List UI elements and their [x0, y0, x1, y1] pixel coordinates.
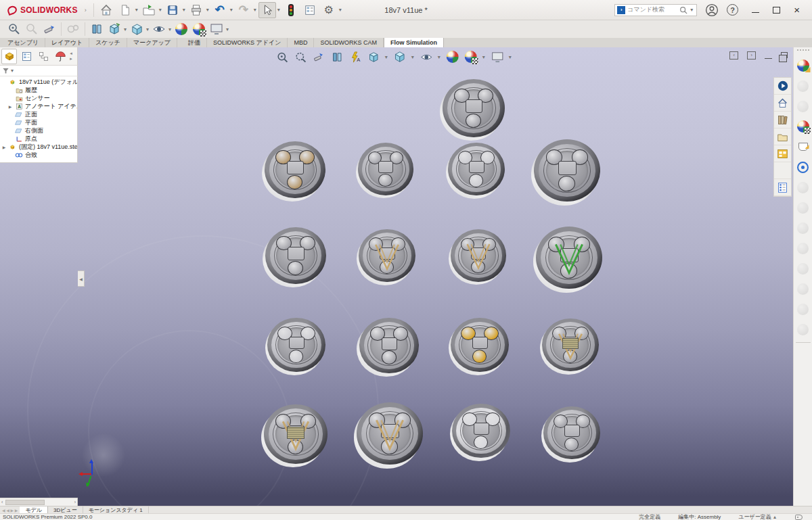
open-button[interactable] — [140, 2, 158, 18]
search-caret[interactable]: ▾ — [690, 7, 693, 13]
scroll-left-arrow[interactable]: ‹ — [0, 500, 4, 504]
open-caret[interactable]: ▾ — [159, 7, 162, 13]
atomizer-deck-part-gray[interactable] — [443, 79, 505, 137]
panel-horizontal-scrollbar[interactable]: ‹ › — [0, 498, 78, 506]
view-settings-icon[interactable] — [490, 49, 505, 64]
doc-tab-nav-arrows[interactable]: ◀ ◀ ▶ ▶ — [0, 506, 20, 513]
print-caret[interactable]: ▾ — [206, 7, 209, 13]
redo-button[interactable]: ↷ — [235, 2, 252, 18]
apply-scene-icon[interactable] — [794, 116, 812, 137]
new-document-caret[interactable]: ▾ — [135, 7, 138, 13]
zoom-to-area-icon[interactable] — [293, 49, 308, 64]
undo-caret[interactable]: ▾ — [230, 7, 233, 13]
commandmanager-tab[interactable]: レイアウト — [45, 38, 89, 47]
display-style-icon[interactable] — [128, 21, 145, 37]
atomizer-deck-part-pale[interactable] — [448, 143, 505, 196]
new-document-button[interactable] — [116, 2, 134, 18]
atomizer-deck-part-brass[interactable] — [265, 141, 325, 199]
commandmanager-tab[interactable]: マークアップ — [127, 38, 177, 47]
tree-item[interactable]: 18v7 v11ue (デフォルト) <表示状態-1> — [0, 78, 77, 86]
undo-button[interactable]: ↶ — [211, 2, 229, 18]
window-maximize-button[interactable] — [773, 7, 780, 14]
login-button[interactable] — [705, 3, 719, 17]
atomizer-deck-part-tan[interactable] — [359, 229, 415, 283]
tree-filter-row[interactable]: ▾ — [0, 66, 78, 76]
window-minimize-button[interactable] — [752, 12, 759, 13]
tab-configurationmanager[interactable] — [36, 49, 51, 64]
view-settings-icon[interactable] — [208, 21, 225, 37]
filter-caret[interactable]: ▾ — [11, 68, 14, 74]
options-button[interactable]: ⚙ — [320, 2, 338, 18]
apply-scene-icon[interactable] — [190, 21, 208, 37]
edit-material-icon[interactable] — [794, 137, 812, 157]
zoom-to-fit-icon[interactable] — [275, 49, 290, 64]
hide-show-items-icon[interactable] — [419, 49, 434, 64]
rebuild-button[interactable] — [282, 2, 300, 18]
task-pane-tab-custom-properties[interactable] — [774, 179, 791, 196]
edit-appearance-icon[interactable] — [173, 21, 190, 37]
apply-scene-icon[interactable] — [464, 49, 478, 64]
tab-dimxpertmanager[interactable] — [53, 49, 68, 64]
atomizer-deck-part-mesh[interactable] — [264, 404, 328, 464]
hide-show-caret[interactable]: ▾ — [168, 26, 171, 32]
units-selector[interactable]: ユーザー定義 ▴ — [738, 513, 777, 520]
view-orientation-icon[interactable] — [366, 49, 381, 64]
tab-propertymanager[interactable] — [18, 49, 34, 64]
scrollbar-thumb[interactable] — [5, 500, 45, 505]
commandmanager-tab[interactable]: スケッチ — [89, 38, 127, 47]
pane-toggle-right-icon[interactable]: › — [747, 51, 756, 60]
pane-toggle-left-icon[interactable]: ‹ — [729, 51, 738, 60]
atomizer-deck-part-gray[interactable] — [358, 143, 413, 195]
atomizer-deck-part-tan[interactable] — [451, 229, 506, 281]
tree-item[interactable]: 右側面 — [0, 126, 77, 135]
task-pane-tab-appearances-scenes[interactable] — [774, 162, 791, 179]
atomizer-deck-part-gray[interactable] — [265, 227, 326, 285]
atomizer-deck-part-gold[interactable] — [451, 318, 509, 373]
previous-view-icon[interactable] — [311, 49, 326, 64]
atomizer-deck-part-pale[interactable] — [267, 318, 325, 373]
zoom-check-icon[interactable] — [5, 21, 23, 37]
search-icon[interactable] — [679, 6, 687, 14]
task-pane-tab-view-palette[interactable] — [774, 145, 791, 162]
doc-restore-button[interactable] — [781, 52, 788, 58]
tab-featuremanager-tree[interactable] — [1, 49, 17, 64]
view-orientation-caret[interactable]: ▾ — [385, 54, 388, 60]
tree-item[interactable]: 平面 — [0, 118, 77, 126]
select-caret[interactable]: ▾ — [277, 7, 280, 13]
select-button[interactable] — [258, 2, 276, 18]
tree-item[interactable]: ▶(固定) 18v7 v11ue.step<1> (デフォ — [0, 143, 77, 151]
flow-simulation-target-icon[interactable] — [794, 157, 812, 177]
measure-icon[interactable] — [41, 21, 58, 37]
tree-item[interactable]: 履歴 — [0, 86, 77, 94]
task-pane-tab-design-library[interactable] — [774, 112, 791, 128]
tag-icon[interactable] — [795, 515, 803, 520]
tree-item[interactable]: センサー — [0, 94, 77, 102]
help-button[interactable]: ? — [727, 4, 738, 16]
commandmanager-tab[interactable]: SOLIDWORKS CAM — [314, 38, 384, 47]
atomizer-deck-part-gray[interactable] — [543, 406, 600, 460]
commandmanager-tab[interactable]: MBD — [288, 38, 314, 47]
save-caret[interactable]: ▾ — [183, 7, 185, 13]
hide-show-items-icon[interactable] — [150, 21, 168, 37]
view-settings-caret[interactable]: ▾ — [509, 54, 512, 60]
edit-appearance-icon[interactable] — [794, 55, 812, 76]
graphics-viewport[interactable] — [0, 47, 793, 506]
window-close-button[interactable]: × — [794, 5, 800, 15]
hide-show-caret[interactable]: ▾ — [438, 54, 441, 60]
options-caret[interactable]: ▾ — [339, 7, 342, 13]
apply-scene-caret[interactable]: ▾ — [482, 54, 485, 60]
redo-caret[interactable]: ▾ — [254, 7, 256, 13]
commandmanager-tab[interactable]: SOLIDWORKS アドイン — [207, 38, 288, 47]
view-settings-caret[interactable]: ▾ — [226, 26, 229, 32]
expand-arrow-icon[interactable]: ▶ — [1, 145, 7, 149]
save-button[interactable] — [164, 2, 181, 18]
tree-item[interactable]: 合致 — [0, 151, 77, 159]
document-tab[interactable]: モデル — [20, 506, 48, 513]
atomizer-deck-part-gray[interactable] — [359, 318, 419, 374]
atomizer-deck-part-bright[interactable] — [452, 404, 510, 458]
view-orientation-icon[interactable] — [106, 21, 123, 37]
commandmanager-tab[interactable]: Flow Simulation — [384, 38, 444, 47]
print-button[interactable] — [187, 2, 205, 18]
document-tab[interactable]: モーションスタディ 1 — [83, 506, 149, 513]
task-pane-tab-home[interactable] — [774, 95, 791, 112]
